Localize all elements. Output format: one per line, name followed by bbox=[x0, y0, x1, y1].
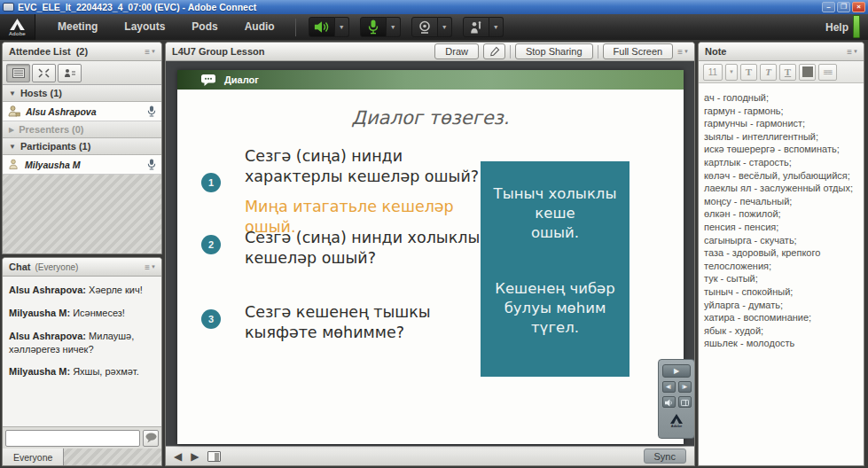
slide-banner-label: Диалог bbox=[224, 74, 259, 85]
attendee-list-header: Attendee List (2) ≡▼ bbox=[3, 43, 161, 61]
raise-hand-dropdown[interactable]: ▼ bbox=[489, 17, 504, 37]
sidebar-toggle-button[interactable] bbox=[678, 396, 692, 408]
note-entry: ач - голодный; bbox=[704, 91, 858, 105]
note-body[interactable]: ач - голодный; гармун - гармонь; гармунч… bbox=[699, 83, 864, 465]
microphone-dropdown[interactable]: ▼ bbox=[387, 17, 401, 37]
note-pod-menu-icon[interactable]: ≡▼ bbox=[847, 47, 857, 57]
participants-section-header[interactable]: ▼ Participants (1) bbox=[3, 138, 161, 155]
minimize-button[interactable]: – bbox=[822, 2, 835, 12]
chat-message: Milyausha M: Исәнмесез! bbox=[9, 307, 155, 320]
bold-button[interactable]: T bbox=[740, 64, 757, 81]
previous-slide-button[interactable]: ◀| bbox=[662, 381, 676, 393]
menu-pods[interactable]: Pods bbox=[178, 14, 231, 40]
show-sidebar-button[interactable] bbox=[207, 451, 221, 462]
host-mic-icon bbox=[147, 105, 156, 117]
speaker-button[interactable] bbox=[309, 17, 335, 37]
chat-pod-menu-icon[interactable]: ≡▼ bbox=[145, 262, 155, 272]
note-pod: Note ≡▼ 11 ▼ T T T ≡≡ ач - голодный; гар… bbox=[698, 42, 864, 466]
note-entry: лаеклы ял - заслуженный отдых; bbox=[704, 182, 858, 195]
raise-hand-button[interactable] bbox=[463, 17, 489, 37]
note-toolbar: 11 ▼ T T T ≡≡ bbox=[699, 61, 864, 83]
menu-audio[interactable]: Audio bbox=[231, 14, 288, 40]
note-entry: зыялы - интеллигентный; bbox=[704, 130, 858, 144]
pointer-tool-button[interactable] bbox=[483, 43, 505, 59]
chat-message-author: Alsu Ashrapova: bbox=[9, 331, 86, 341]
note-entry: моңсу - печальный; bbox=[704, 195, 858, 208]
participant-name: Milyausha M bbox=[25, 160, 80, 170]
share-pod: L4U7 Group Lesson Draw Stop Sharing Full… bbox=[165, 42, 695, 466]
attendee-view-status-button[interactable] bbox=[58, 64, 82, 82]
chat-message-author: Alsu Ashrapova: bbox=[9, 285, 86, 295]
chat-message: Alsu Ashrapova: Милаушә, хәлләрегез ниче… bbox=[9, 330, 155, 356]
menu-help[interactable]: Help bbox=[825, 21, 868, 34]
note-entry: картлык - старость; bbox=[704, 156, 858, 169]
menu-layouts[interactable]: Layouts bbox=[111, 14, 178, 40]
attendee-view-grid-button[interactable] bbox=[32, 64, 56, 82]
note-entry: искә төшерергә - вспоминать; bbox=[704, 143, 858, 156]
previous-page-button[interactable]: ◀ bbox=[174, 451, 182, 462]
speaker-icon bbox=[314, 20, 330, 34]
menubar: Adobe Meeting Layouts Pods Audio ▼ ▼ bbox=[0, 14, 868, 40]
connection-status-indicator[interactable] bbox=[853, 15, 860, 38]
presentation-media-controls: ▶ ◀| |▶ bbox=[658, 359, 695, 439]
restore-button[interactable]: ❐ bbox=[837, 2, 850, 12]
host-name: Alsu Ashrapova bbox=[26, 106, 97, 117]
webcam-dropdown[interactable]: ▼ bbox=[438, 17, 452, 37]
underline-button[interactable]: T bbox=[779, 64, 796, 81]
attendee-list-pod: Attendee List (2) ≡▼ bbox=[2, 42, 162, 254]
share-pod-menu-icon[interactable]: ≡▼ bbox=[677, 47, 688, 57]
note-header: Note ≡▼ bbox=[699, 43, 864, 61]
panel-toggle-icon bbox=[681, 399, 689, 407]
webcam-button[interactable] bbox=[411, 17, 438, 37]
callout-line-1: Тыныч холыклы кеше ошый. bbox=[488, 184, 622, 242]
chat-bubble-icon bbox=[145, 433, 158, 443]
text-color-button[interactable] bbox=[799, 64, 816, 81]
chat-input[interactable] bbox=[5, 430, 140, 447]
next-page-button[interactable]: ▶ bbox=[191, 451, 199, 462]
sync-button[interactable]: Sync bbox=[644, 448, 686, 464]
microphone-button[interactable] bbox=[360, 17, 387, 37]
note-entry: тук - сытый; bbox=[704, 272, 858, 285]
attendee-row-participant[interactable]: Milyausha M bbox=[3, 155, 161, 175]
note-entry: тыныч - спокойный; bbox=[704, 285, 858, 299]
draw-button[interactable]: Draw bbox=[434, 43, 479, 59]
speaker-dropdown[interactable]: ▼ bbox=[335, 17, 349, 37]
font-size-value[interactable]: 11 bbox=[703, 64, 723, 81]
attendee-pod-menu-icon[interactable]: ≡▼ bbox=[145, 47, 155, 57]
bullet-list-button[interactable]: ≡≡ bbox=[818, 64, 837, 81]
expand-arrow-icon: ▶ bbox=[9, 126, 14, 134]
italic-button[interactable]: T bbox=[760, 64, 777, 81]
attendee-row-host[interactable]: Alsu Ashrapova bbox=[3, 102, 161, 121]
question-number-3: 3 bbox=[201, 309, 221, 329]
slide-banner: Диалог bbox=[177, 70, 684, 90]
chat-tab-everyone[interactable]: Everyone bbox=[3, 448, 64, 465]
note-title: Note bbox=[705, 46, 726, 57]
menu-meeting[interactable]: Meeting bbox=[44, 14, 111, 40]
hosts-section-header[interactable]: ▼ Hosts (1) bbox=[3, 85, 161, 102]
play-button[interactable]: ▶ bbox=[662, 364, 691, 378]
chat-pod: Chat (Everyone) ≡▼ Alsu Ashrapova: Хәерл… bbox=[2, 257, 162, 466]
share-content: Диалог Диалог төзегез. 1 Сезгә (сиңа) ни… bbox=[166, 61, 694, 446]
chat-input-row bbox=[3, 426, 161, 448]
next-slide-button[interactable]: |▶ bbox=[678, 381, 692, 393]
attendee-count: (2) bbox=[76, 46, 88, 57]
adobe-presenter-logo: Adobe bbox=[670, 414, 683, 428]
note-entry: пенсия - пенсия; bbox=[704, 221, 858, 234]
stop-sharing-button[interactable]: Stop Sharing bbox=[515, 43, 593, 59]
note-entry: көләч - весёлый, улыбающийся; bbox=[704, 169, 858, 183]
pen-icon bbox=[489, 46, 500, 58]
full-screen-button[interactable]: Full Screen bbox=[603, 43, 674, 59]
volume-button[interactable] bbox=[662, 396, 676, 408]
webcam-icon bbox=[418, 20, 432, 34]
font-size-dropdown[interactable]: ▼ bbox=[725, 64, 738, 81]
answer-callout-box: Тыныч холыклы кеше ошый. Кешенең чибәр б… bbox=[481, 161, 629, 377]
attendee-view-list-button[interactable] bbox=[6, 64, 30, 82]
chat-send-button[interactable] bbox=[143, 430, 159, 447]
presenters-section-header[interactable]: ▶ Presenters (0) bbox=[3, 121, 161, 138]
close-button[interactable]: × bbox=[852, 2, 865, 12]
volume-icon bbox=[665, 399, 673, 407]
note-entry: хатира - воспоминание; bbox=[704, 311, 858, 324]
attendee-list-empty-area bbox=[3, 175, 161, 254]
attendee-list-title: Attendee List bbox=[9, 46, 71, 57]
raise-hand-icon bbox=[469, 21, 483, 34]
